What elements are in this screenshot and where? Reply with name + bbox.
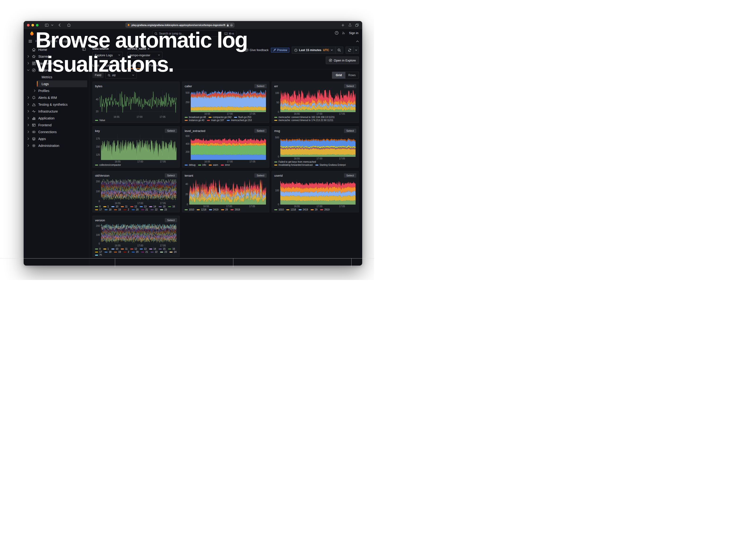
- tabs-overview-icon[interactable]: [354, 22, 360, 28]
- legend-item[interactable]: 29: [311, 208, 318, 211]
- breadcrumb-item[interactable]: Explore: [48, 40, 57, 43]
- service-name-select[interactable]: tempo-ingester: [127, 52, 162, 59]
- legend-item[interactable]: 23: [160, 208, 167, 211]
- collapse-chevron-up-icon[interactable]: [356, 39, 359, 43]
- legend-item[interactable]: info: [198, 164, 206, 166]
- chevron-right-icon[interactable]: [26, 103, 31, 106]
- grafana-logo[interactable]: [29, 31, 34, 36]
- sidebar-item-logs[interactable]: Logs: [37, 80, 87, 87]
- traffic-light-minimize[interactable]: [31, 24, 34, 26]
- legend-item[interactable]: 24: [169, 251, 177, 253]
- view-rows-button[interactable]: Rows: [345, 72, 359, 78]
- tab-fields[interactable]: Fields: [128, 64, 143, 69]
- dock-sidebar-icon[interactable]: [82, 48, 86, 52]
- legend-item[interactable]: 18: [104, 208, 111, 211]
- sidebar-item-home[interactable]: Home: [26, 46, 87, 53]
- legend-item[interactable]: 22: [150, 251, 158, 253]
- legend-item[interactable]: 1010: [274, 208, 284, 211]
- chevron-right-icon[interactable]: [26, 144, 31, 147]
- legend-item[interactable]: 25: [95, 254, 102, 256]
- chevron-right-icon[interactable]: [26, 55, 31, 58]
- legend-item[interactable]: 11: [121, 205, 127, 208]
- legend-item[interactable]: 19: [114, 251, 121, 253]
- legend-item[interactable]: warn: [209, 164, 218, 166]
- legend-item[interactable]: 14: [149, 248, 156, 250]
- legend-item[interactable]: 16: [168, 205, 175, 208]
- legend-item[interactable]: debug: [185, 164, 195, 166]
- remove-filter-icon[interactable]: ✕: [147, 47, 149, 50]
- give-feedback-button[interactable]: Give feedback: [245, 48, 268, 52]
- legend-item[interactable]: memcache: connect timeout to 174.213.22.…: [274, 119, 333, 121]
- data-source-select[interactable]: Explore Logs: [92, 52, 123, 59]
- chart-bytes[interactable]: 204016:5517:0017:05: [95, 89, 177, 118]
- select-button[interactable]: Select: [344, 129, 356, 133]
- legend-item[interactable]: 2919: [231, 208, 240, 211]
- legend-item[interactable]: 1218: [197, 208, 206, 211]
- select-button[interactable]: Select: [344, 84, 356, 88]
- sidebar-item-testing-synthetics[interactable]: Testing & synthetics: [26, 101, 87, 108]
- sidebar-item-apps[interactable]: Apps: [26, 135, 87, 142]
- legend-item[interactable]: 15: [159, 205, 165, 208]
- back-icon[interactable]: [56, 22, 62, 28]
- legend-item[interactable]: 12: [130, 205, 137, 208]
- legend-item[interactable]: collectors/compactor: [95, 164, 121, 166]
- field-filter-select[interactable]: All: [106, 72, 137, 78]
- legend-item[interactable]: 0: [95, 248, 101, 250]
- chevron-down-icon[interactable]: [26, 69, 31, 71]
- tab-labels[interactable]: Labels: [106, 64, 121, 69]
- sidebar-item-explore[interactable]: Explore: [26, 67, 87, 73]
- legend-item[interactable]: 13: [140, 205, 146, 208]
- select-button[interactable]: Select: [165, 173, 177, 178]
- sidebar-item-infrastructure[interactable]: Infrastructure: [26, 108, 87, 115]
- legend-item[interactable]: instance.go:43: [185, 119, 204, 121]
- select-button[interactable]: Select: [165, 129, 177, 133]
- address-bar[interactable]: play.grafana.org/a/grafana-lokiexplore-a…: [125, 22, 235, 28]
- sidebar-toggle-icon[interactable]: [44, 22, 49, 28]
- legend-item[interactable]: 22: [150, 208, 158, 211]
- legend-item[interactable]: memcache: connect timeout to 162.134.158…: [274, 116, 335, 118]
- chart-caller[interactable]: 25050016:5517:0017:05: [185, 89, 267, 115]
- chevron-right-icon[interactable]: [26, 137, 31, 140]
- home-icon[interactable]: [66, 22, 72, 28]
- legend-item[interactable]: 16: [168, 248, 175, 250]
- more-options-icon[interactable]: •••: [230, 24, 233, 27]
- legend-item[interactable]: compactor.go:242: [209, 116, 232, 118]
- legend-item[interactable]: 21: [141, 251, 148, 253]
- chevron-down-icon[interactable]: [49, 22, 55, 28]
- sidebar-item-dashboards[interactable]: Dashboards: [26, 60, 87, 67]
- chevron-right-icon[interactable]: [33, 89, 37, 92]
- legend-item[interactable]: 2419: [299, 208, 308, 211]
- legend-item[interactable]: 2: [123, 208, 129, 211]
- sidebar-item-alerts-irm[interactable]: Alerts & IRM: [26, 94, 87, 101]
- legend-item[interactable]: 12: [130, 248, 137, 250]
- legend-item[interactable]: 1218: [286, 208, 296, 211]
- legend-item[interactable]: 10: [111, 205, 118, 208]
- legend-item[interactable]: 10: [111, 248, 118, 250]
- legend-item[interactable]: 1: [103, 205, 109, 208]
- legend-item[interactable]: 15: [159, 248, 165, 250]
- chevron-right-icon[interactable]: [26, 124, 31, 126]
- chart-userid[interactable]: 010016:5517:0017:05: [274, 178, 356, 208]
- legend-item[interactable]: 0: [95, 205, 101, 208]
- legend-item[interactable]: 18: [104, 251, 111, 253]
- refresh-interval-dropdown[interactable]: [353, 47, 359, 53]
- select-button[interactable]: Select: [165, 218, 177, 222]
- chevron-right-icon[interactable]: [26, 110, 31, 113]
- view-grid-button[interactable]: Grid: [332, 72, 345, 78]
- legend-item[interactable]: 1: [103, 248, 109, 250]
- select-button[interactable]: Select: [254, 129, 267, 133]
- sign-in-link[interactable]: Sign in: [349, 31, 358, 35]
- legend-item[interactable]: 17: [95, 208, 102, 211]
- legend-item[interactable]: main.go:107: [207, 119, 224, 121]
- chart-key[interactable]: 12515017516:5517:0017:05: [95, 133, 177, 163]
- legend-item[interactable]: 23: [160, 251, 167, 253]
- new-tab-icon[interactable]: [340, 22, 346, 28]
- tab-patterns[interactable]: Patterns8: [149, 64, 167, 69]
- chevron-right-icon[interactable]: [26, 131, 31, 133]
- sidebar-item-connections[interactable]: Connections: [26, 129, 87, 135]
- select-button[interactable]: Select: [344, 173, 356, 178]
- sidebar-item-metrics[interactable]: Metrics: [37, 73, 87, 80]
- sidebar-item-frontend[interactable]: Frontend: [26, 121, 87, 129]
- help-icon[interactable]: [335, 31, 338, 35]
- select-button[interactable]: Select: [254, 84, 267, 88]
